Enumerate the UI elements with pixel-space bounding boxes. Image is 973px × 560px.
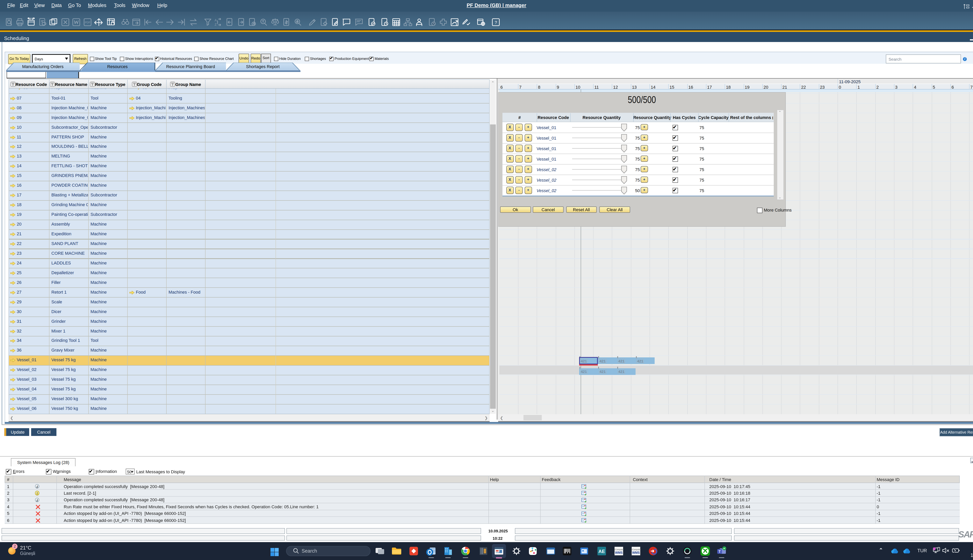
svg-text:T: T — [719, 550, 721, 553]
svg-text:WMS: WMS — [615, 551, 622, 554]
svg-text:$: $ — [456, 23, 458, 26]
svg-text:?: ? — [495, 20, 497, 25]
svg-text:PDF: PDF — [85, 21, 90, 24]
svg-text:A: A — [215, 19, 217, 22]
svg-text:eComputer: eComputer — [614, 548, 624, 551]
svg-text:AE: AE — [599, 549, 605, 554]
svg-text:WMS: WMS — [632, 551, 640, 554]
svg-text:Z: Z — [215, 23, 217, 26]
svg-text:eComputer: eComputer — [631, 548, 641, 551]
